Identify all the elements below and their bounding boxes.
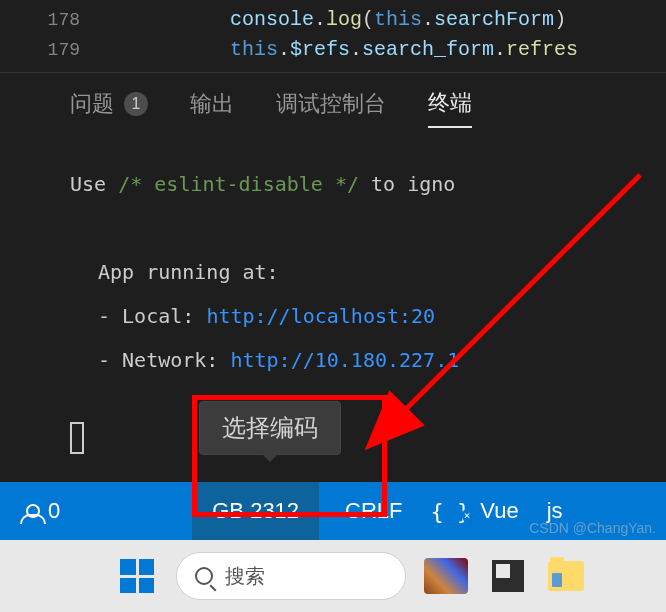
tab-terminal[interactable]: 终端 (428, 88, 472, 128)
code-line: this.$refs.search_form.refres (110, 35, 666, 65)
panel-tabs: 问题 1 输出 调试控制台 终端 (0, 72, 666, 132)
taskbar-app-icon[interactable] (492, 560, 524, 592)
file-explorer-icon[interactable] (548, 561, 584, 591)
line-gutter: 178 179 (0, 0, 110, 72)
status-language[interactable]: { } Vue (417, 482, 533, 540)
status-encoding[interactable]: GB 2312 (192, 482, 319, 540)
encoding-tooltip: 选择编码 (199, 401, 341, 455)
editor-area: 178 179 console.log(this.searchForm) thi… (0, 0, 666, 72)
code-content[interactable]: console.log(this.searchForm) this.$refs.… (110, 0, 666, 72)
broadcast-icon (20, 500, 42, 522)
ports-count: 0 (48, 498, 60, 524)
search-icon (195, 567, 213, 585)
braces-icon: { } (431, 499, 471, 524)
code-line: console.log(this.searchForm) (110, 5, 666, 35)
terminal-line: - Network: http://10.180.227.1 (70, 338, 666, 382)
language-label: Vue (480, 498, 518, 524)
taskbar-search[interactable]: 搜索 (176, 552, 406, 600)
problems-count-badge: 1 (124, 92, 148, 116)
tab-label: 问题 (70, 89, 114, 119)
search-placeholder: 搜索 (225, 563, 265, 590)
terminal-cursor (70, 422, 84, 454)
line-number: 178 (0, 5, 80, 35)
status-eol[interactable]: CRLF (331, 482, 416, 540)
windows-taskbar: 搜索 (0, 540, 666, 612)
terminal-line: Use /* eslint-disable */ to igno (70, 162, 666, 206)
local-url-link[interactable]: http://localhost:20 (206, 304, 435, 328)
network-url-link[interactable]: http://10.180.227.1 (230, 348, 459, 372)
tab-debug-console[interactable]: 调试控制台 (276, 89, 386, 127)
start-button[interactable] (120, 559, 154, 593)
terminal-line: App running at: (70, 250, 666, 294)
terminal-line: - Local: http://localhost:20 (70, 294, 666, 338)
line-number: 179 (0, 35, 80, 65)
watermark: CSDN @ChangYan. (529, 520, 656, 536)
taskbar-widget-icon[interactable] (424, 558, 468, 594)
tab-problems[interactable]: 问题 1 (70, 89, 148, 127)
tab-output[interactable]: 输出 (190, 89, 234, 127)
status-ports[interactable]: 0 (6, 482, 74, 540)
